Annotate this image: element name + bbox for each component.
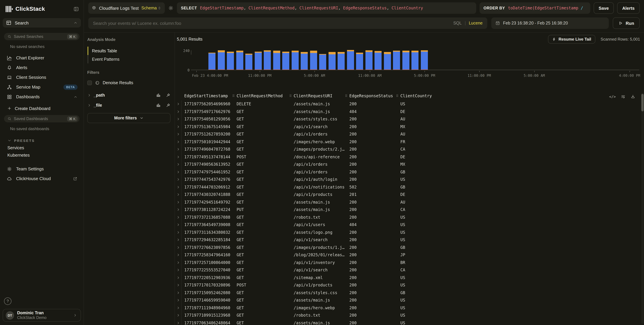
expand-row-icon[interactable] (175, 266, 182, 274)
expand-row-icon[interactable] (175, 236, 182, 244)
drag-handle-icon[interactable]: ⠿ (232, 94, 235, 98)
alerts-button[interactable]: Alerts (617, 2, 640, 14)
filter-field-path[interactable]: _path (87, 90, 170, 100)
table-row[interactable]: 1771977490563613952GET/api/v1/orders200M… (175, 161, 640, 168)
expand-row-icon[interactable] (175, 138, 182, 146)
saved-searches-input[interactable]: Saved Searches ⌘ K (4, 33, 80, 40)
histogram-bar[interactable] (208, 53, 216, 70)
source-settings-gear-icon[interactable] (168, 5, 174, 11)
date-range-picker[interactable]: Feb 23 16:38:20 - Feb 25 16:38:20 (491, 17, 609, 29)
histogram-bar[interactable] (218, 50, 225, 70)
expand-row-icon[interactable] (175, 319, 182, 325)
histogram-bar[interactable] (310, 51, 317, 70)
table-row[interactable]: 1771977495137478144POST/docs/api-referen… (175, 153, 640, 161)
denoise-checkbox[interactable] (87, 80, 92, 85)
table-row[interactable]: 1771977063406248064GET/assets/main.js200… (175, 319, 640, 325)
histogram-bar[interactable] (227, 52, 234, 70)
expand-row-icon[interactable] (175, 108, 182, 115)
table-row[interactable]: 1771977444703206912GET/api/v1/notificati… (175, 183, 640, 191)
expand-row-icon[interactable] (175, 229, 182, 236)
expand-row-icon[interactable] (175, 183, 182, 191)
table-row[interactable]: 1771977479754461952GET/api/v1/orders200G… (175, 168, 640, 176)
help-icon[interactable]: ? (4, 298, 12, 305)
filter-field-file[interactable]: _file (87, 100, 170, 110)
histogram-bar[interactable] (365, 50, 372, 70)
save-button[interactable]: Save (594, 2, 614, 14)
histogram-bar[interactable] (273, 51, 280, 70)
expand-row-icon[interactable] (175, 115, 182, 123)
sidebar-item-service-map[interactable]: Service Map BETA (3, 82, 81, 92)
table-row[interactable]: 1771977501019442944GET/images/hero.webp2… (175, 138, 640, 146)
expand-row-icon[interactable] (175, 312, 182, 319)
table-row[interactable]: 1771977381128724224PUT/assets/main.js200… (175, 206, 640, 214)
histogram-bar[interactable] (356, 53, 363, 70)
expand-row-icon[interactable] (175, 297, 182, 304)
histogram-bar[interactable] (328, 52, 336, 70)
mode-results-table[interactable]: Results Table (87, 47, 170, 55)
expand-row-icon[interactable] (175, 214, 182, 221)
table-row[interactable]: 1771977540501293056GET/assets/styles.css… (175, 115, 640, 123)
preset-item-kubernetes[interactable]: Kubernetes (3, 151, 81, 159)
table-row[interactable]: 1771977372136857088GET/robots.txt200US (175, 214, 640, 221)
source-selector[interactable]: Cloudflare Logs Test Schema (88, 2, 165, 14)
expand-row-icon[interactable] (175, 251, 182, 259)
histogram-bar[interactable] (402, 51, 409, 70)
table-row[interactable]: 1771977429451649792GET/assets/main.js200… (175, 198, 640, 206)
histogram-bar[interactable] (384, 52, 391, 70)
table-row[interactable]: 1771977170170320896POST/api/v1/products2… (175, 281, 640, 289)
expand-row-icon[interactable] (175, 153, 182, 161)
select-clause-input[interactable]: SELECT EdgeStartTimestamp, ClientRequest… (177, 2, 476, 14)
chevron-up-icon[interactable] (74, 21, 78, 25)
schema-select[interactable]: Schema (142, 6, 162, 10)
table-row[interactable]: 1771977258347964160GET/blog/2025/01/rele… (175, 251, 640, 259)
table-row[interactable]: 1771977549717662976GET/assets/main.js404… (175, 108, 640, 115)
expand-row-icon[interactable] (175, 168, 182, 176)
drag-handle-icon[interactable]: ⠿ (396, 94, 398, 98)
vertical-scrollbar[interactable] (641, 93, 644, 324)
expand-row-icon[interactable] (175, 191, 182, 198)
table-row[interactable]: 1771977146659959040GET/assets/main.js200… (175, 297, 640, 304)
table-row[interactable]: 1771977447543742976GET/api/v1/auth/login… (175, 176, 640, 183)
histogram-bar[interactable] (245, 54, 252, 70)
run-button[interactable]: Run (613, 17, 640, 29)
sidebar-item-clickhouse-cloud[interactable]: ClickHouse Cloud (3, 174, 81, 183)
presets-toggle[interactable]: PRESETS (8, 139, 81, 143)
sidebar-item-chart-explorer[interactable]: Chart Explorer (3, 53, 81, 63)
expand-row-icon[interactable] (175, 274, 182, 281)
expand-row-icon[interactable] (175, 130, 182, 138)
user-menu[interactable]: DT Dominic Tran ClickStack Demo (3, 309, 81, 322)
field-pin-icon[interactable] (166, 93, 170, 98)
table-row[interactable]: 1771977257100864000GET/api/v1/inventory2… (175, 259, 640, 266)
sidebar-item-client-sessions[interactable]: Client Sessions (3, 72, 81, 82)
histogram-bar[interactable] (319, 54, 326, 70)
sidebar-item-dashboards[interactable]: Dashboards (3, 92, 81, 102)
preset-item-services[interactable]: Services (3, 144, 81, 151)
expand-row-icon[interactable] (175, 206, 182, 214)
expand-row-icon[interactable] (175, 221, 182, 229)
drag-handle-icon[interactable]: ⠿ (289, 94, 292, 98)
saved-dashboards-input[interactable]: Saved Dashboards ⌘ K (4, 115, 80, 122)
table-row[interactable]: 1771977294632285184GET/api/v1/search200U… (175, 236, 640, 244)
expand-row-icon[interactable] (175, 161, 182, 168)
column-header-EdgeStartTimestamp[interactable]: EdgeStartTimestamp (182, 92, 232, 100)
table-row[interactable]: 1771977430320741888GET/api/v1/products20… (175, 191, 640, 198)
sidebar-item-team-settings[interactable]: Team Settings (3, 164, 81, 174)
histogram-bar[interactable] (374, 51, 382, 70)
lucene-mode-button[interactable]: Lucene (469, 21, 482, 25)
field-chart-icon[interactable] (156, 93, 161, 98)
histogram-bar[interactable] (264, 50, 271, 70)
histogram-bar[interactable] (412, 51, 418, 70)
histogram-bar[interactable] (347, 50, 354, 70)
table-row[interactable]: 1771977364549739008GET/api/v1/users404US (175, 221, 640, 229)
histogram-bar[interactable] (421, 50, 428, 70)
expand-row-icon[interactable] (175, 244, 182, 251)
column-header-ClientRequestURI[interactable]: ⠿ClientRequestURI (289, 92, 345, 100)
sidebar-item-alerts[interactable]: Alerts (3, 63, 81, 72)
more-filters-button[interactable]: More filters (87, 113, 170, 123)
chevron-up-icon[interactable] (74, 95, 78, 99)
expand-row-icon[interactable] (175, 146, 182, 153)
column-header-EdgeResponseStatus[interactable]: ⠿EdgeResponseStatus (345, 92, 396, 100)
field-chart-icon[interactable] (156, 103, 161, 108)
column-header-ClientRequestMethod[interactable]: ⠿ClientRequestMethod (232, 92, 289, 100)
drag-handle-icon[interactable]: ⠿ (345, 94, 348, 98)
